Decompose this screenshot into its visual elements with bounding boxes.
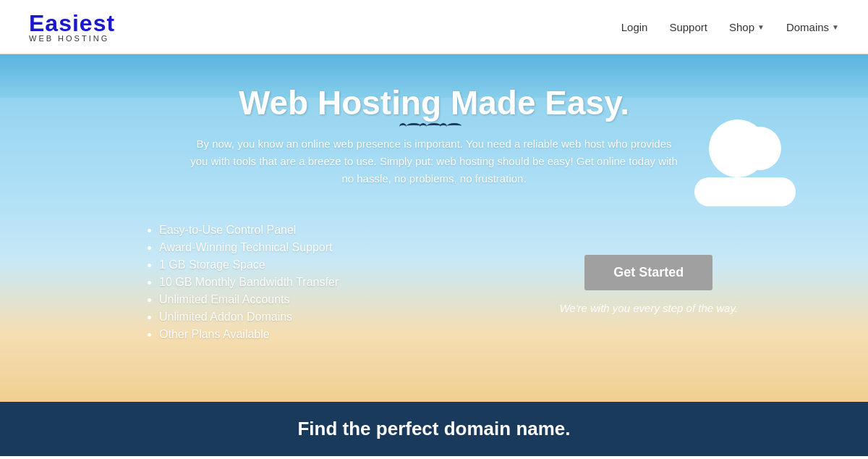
hero-subtitle: By now, you know an online web presence … bbox=[188, 135, 680, 188]
logo-sub: WEB HOSTING bbox=[29, 35, 115, 43]
main-nav: Login Support Shop ▼ Domains ▼ bbox=[621, 21, 839, 33]
list-item: Other Plans Available bbox=[159, 328, 339, 341]
features-cta-row: Easy-to-Use Control Panel Award-Winning … bbox=[0, 209, 868, 345]
nav-shop[interactable]: Shop ▼ bbox=[729, 21, 765, 33]
list-item: 10 GB Monthly Bandwidth Transfer bbox=[159, 276, 339, 289]
get-started-button[interactable]: Get Started bbox=[584, 255, 712, 290]
chevron-down-icon: ▼ bbox=[832, 23, 839, 31]
list-item: Unlimited Email Accounts bbox=[159, 293, 339, 306]
logo[interactable]: Easiest WEB HOSTING bbox=[29, 12, 115, 43]
header: Easiest WEB HOSTING Login Support Shop ▼… bbox=[0, 0, 868, 54]
list-item: Award-Winning Technical Support bbox=[159, 241, 339, 254]
list-item: Easy-to-Use Control Panel bbox=[159, 224, 339, 237]
nav-domains[interactable]: Domains ▼ bbox=[786, 21, 839, 33]
hero-title: Web Hosting Made Easy. bbox=[0, 83, 868, 122]
domain-title: Find the perfect domain name. bbox=[297, 418, 570, 439]
tagline-text: We're with you every step of the way. bbox=[559, 302, 738, 314]
chevron-down-icon: ▼ bbox=[757, 23, 765, 31]
list-item: 1 GB Storage Space bbox=[159, 258, 339, 271]
domain-section: Find the perfect domain name. bbox=[0, 402, 868, 456]
features-list: Easy-to-Use Control Panel Award-Winning … bbox=[145, 224, 339, 345]
logo-main: Easiest bbox=[29, 12, 115, 35]
cta-area: Get Started We're with you every step of… bbox=[559, 255, 738, 314]
list-item: Unlimited Addon Domains bbox=[159, 311, 339, 324]
hero-content: Web Hosting Made Easy. By now, you know … bbox=[0, 54, 868, 188]
nav-login[interactable]: Login bbox=[621, 21, 648, 33]
hero-section: Web Hosting Made Easy. By now, you know … bbox=[0, 54, 868, 402]
nav-support[interactable]: Support bbox=[669, 21, 707, 33]
